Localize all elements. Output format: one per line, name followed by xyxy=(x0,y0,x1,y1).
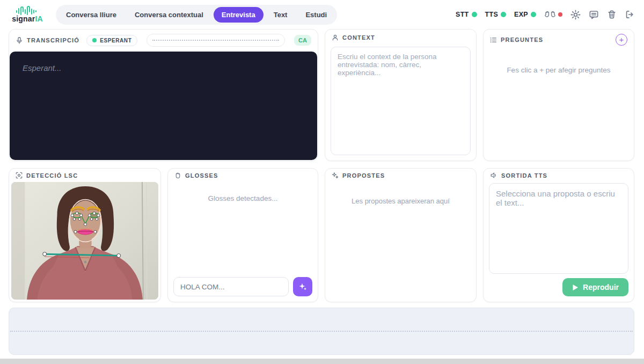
propostes-title: PROPOSTES xyxy=(342,172,385,179)
exp-status-dot xyxy=(531,12,536,17)
panel-sortida-tts: SORTIDA TTS Reproduir xyxy=(483,168,634,302)
play-button[interactable]: Reproduir xyxy=(562,278,628,296)
context-header: CONTEXT xyxy=(325,30,476,46)
top-bar: signarIA Conversa lliure Conversa contex… xyxy=(0,0,644,29)
preguntes-title: PREGUNTES xyxy=(501,37,543,43)
context-textarea[interactable] xyxy=(331,47,471,155)
recording-dot xyxy=(558,12,562,17)
hand-icon xyxy=(174,172,181,179)
glosses-input-row xyxy=(168,272,318,302)
transcript-display: Esperant... xyxy=(10,52,317,160)
brand-logo: signarIA xyxy=(10,6,45,23)
sortida-title: SORTIDA TTS xyxy=(501,172,547,179)
transcripcio-title: TRANSCRIPCIÓ xyxy=(27,37,79,43)
top-right-controls: STT TTS EXP xyxy=(456,10,634,20)
deteccio-header: DETECCIÓ LSC xyxy=(9,169,160,182)
status-exp: EXP xyxy=(514,11,536,18)
mode-tabs: Conversa lliure Conversa contextual Entr… xyxy=(56,5,337,25)
transcript-waiting-text: Esperant... xyxy=(23,63,304,72)
status-stt: STT xyxy=(456,11,477,18)
timeline-dots xyxy=(10,331,633,332)
microphone-icon xyxy=(16,37,23,45)
page-bottom-edge xyxy=(0,359,644,364)
panel-context: CONTEXT xyxy=(325,29,477,161)
brand-name-accent: IA xyxy=(35,14,42,23)
sortida-header: SORTIDA TTS xyxy=(484,169,634,182)
language-badge: CA xyxy=(294,35,311,46)
panel-deteccio-lsc: DETECCIÓ LSC xyxy=(9,168,161,302)
state-badge: ESPERANT xyxy=(86,35,137,46)
brand-name: signar xyxy=(12,14,35,23)
glosses-header: GLOSSES xyxy=(168,169,318,183)
play-icon xyxy=(572,284,579,291)
panel-propostes: PROPOSTES Les propostes apareixeran aquí xyxy=(325,168,477,302)
generate-button[interactable] xyxy=(293,277,312,296)
deteccio-title: DETECCIÓ LSC xyxy=(26,172,78,179)
tab-conversa-contextual[interactable]: Conversa contextual xyxy=(127,7,211,23)
state-badge-label: ESPERANT xyxy=(100,38,131,43)
settings-button[interactable] xyxy=(570,10,581,20)
tab-text[interactable]: Text xyxy=(266,7,296,23)
propostes-header: PROPOSTES xyxy=(325,169,476,182)
sparkle-icon xyxy=(298,282,307,291)
preguntes-empty-text: Fes clic a + per afegir preguntes xyxy=(484,66,634,74)
audio-level-dots xyxy=(152,40,279,41)
sign-detection-toggle[interactable] xyxy=(544,10,562,19)
face-scan-icon xyxy=(16,172,23,179)
status-exp-label: EXP xyxy=(514,11,528,18)
tab-conversa-lliure[interactable]: Conversa lliure xyxy=(58,7,125,23)
chat-log-button[interactable] xyxy=(589,10,599,20)
audio-level-meter xyxy=(147,34,285,47)
status-tts-label: TTS xyxy=(485,11,499,18)
panel-glosses: GLOSSES Glosses detectades... xyxy=(167,168,318,302)
status-stt-label: STT xyxy=(456,11,469,18)
webcam-scene xyxy=(11,182,158,300)
state-badge-dot xyxy=(92,38,97,42)
tts-status-dot xyxy=(501,12,506,17)
glosses-input[interactable] xyxy=(173,277,289,296)
speaker-icon xyxy=(490,172,497,179)
audio-timeline[interactable] xyxy=(9,308,634,355)
glosses-title: GLOSSES xyxy=(185,172,218,179)
transcripcio-header: TRANSCRIPCIÓ ESPERANT CA xyxy=(9,30,318,51)
trash-button[interactable] xyxy=(607,10,617,19)
app-window: signarIA Conversa lliure Conversa contex… xyxy=(0,0,644,364)
tab-estudi[interactable]: Estudi xyxy=(297,7,335,23)
play-button-label: Reproduir xyxy=(583,283,619,292)
status-tts: TTS xyxy=(485,11,507,18)
propostes-empty-text: Les propostes apareixeran aquí xyxy=(325,197,476,205)
tab-entrevista[interactable]: Entrevista xyxy=(214,7,264,23)
preguntes-header: PREGUNTES + xyxy=(484,30,634,50)
glosses-empty-text: Glosses detectades... xyxy=(168,194,318,202)
context-title: CONTEXT xyxy=(342,34,375,41)
panel-transcripcio: TRANSCRIPCIÓ ESPERANT CA Esperant... xyxy=(9,29,318,161)
add-question-button[interactable]: + xyxy=(616,34,627,46)
webcam-feed xyxy=(11,182,158,300)
tts-textarea[interactable] xyxy=(489,183,628,274)
sparkles-icon xyxy=(332,172,339,179)
logout-button[interactable] xyxy=(625,10,634,19)
stt-status-dot xyxy=(472,12,477,17)
hands-icon xyxy=(544,10,556,19)
person-icon xyxy=(332,34,339,41)
list-icon xyxy=(490,37,497,43)
sortida-footer: Reproduir xyxy=(484,278,634,302)
panel-preguntes: PREGUNTES + Fes clic a + per afegir preg… xyxy=(483,29,634,161)
main-content: TRANSCRIPCIÓ ESPERANT CA Esperant... xyxy=(9,29,634,302)
